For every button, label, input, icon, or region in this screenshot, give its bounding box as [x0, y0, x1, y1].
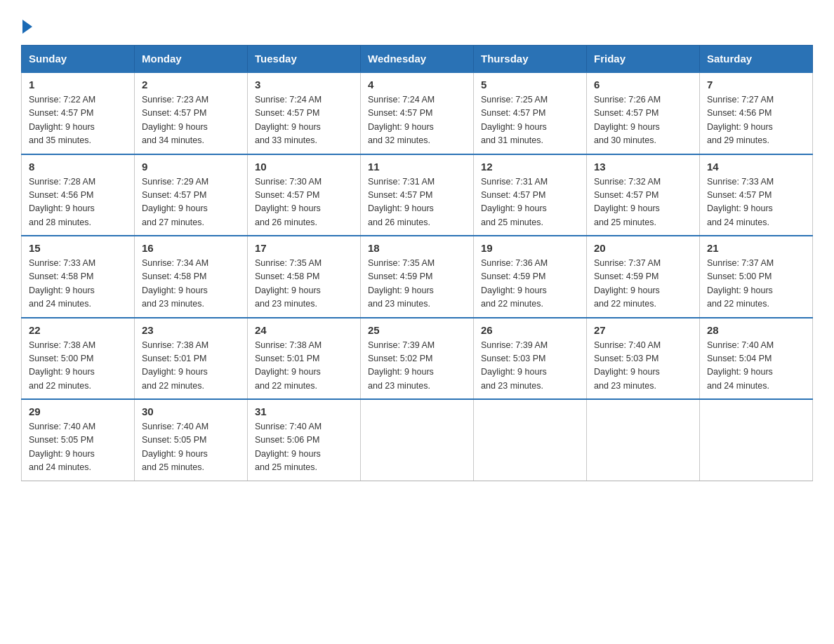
col-header-thursday: Thursday — [474, 46, 587, 73]
day-number: 24 — [255, 324, 353, 336]
col-header-saturday: Saturday — [700, 46, 813, 73]
day-number: 28 — [707, 324, 805, 336]
day-number: 22 — [29, 324, 127, 336]
calendar-cell: 3 Sunrise: 7:24 AMSunset: 4:57 PMDayligh… — [248, 72, 361, 154]
calendar-header-row: SundayMondayTuesdayWednesdayThursdayFrid… — [22, 46, 813, 73]
week-row-5: 29 Sunrise: 7:40 AMSunset: 5:05 PMDaylig… — [22, 399, 813, 481]
calendar-cell: 20 Sunrise: 7:37 AMSunset: 4:59 PMDaylig… — [587, 236, 700, 318]
day-number: 29 — [29, 405, 127, 417]
week-row-2: 8 Sunrise: 7:28 AMSunset: 4:56 PMDayligh… — [22, 154, 813, 236]
day-info: Sunrise: 7:38 AMSunset: 5:01 PMDaylight:… — [142, 340, 208, 391]
calendar-cell: 29 Sunrise: 7:40 AMSunset: 5:05 PMDaylig… — [22, 399, 135, 481]
day-info: Sunrise: 7:40 AMSunset: 5:06 PMDaylight:… — [255, 422, 322, 472]
day-number: 7 — [707, 79, 805, 90]
day-info: Sunrise: 7:26 AMSunset: 4:57 PMDaylight:… — [594, 95, 661, 145]
day-number: 9 — [142, 161, 240, 173]
calendar-cell: 27 Sunrise: 7:40 AMSunset: 5:03 PMDaylig… — [587, 318, 700, 400]
day-number: 18 — [368, 242, 466, 254]
calendar-cell: 16 Sunrise: 7:34 AMSunset: 4:58 PMDaylig… — [135, 236, 248, 318]
day-number: 25 — [368, 324, 466, 336]
day-info: Sunrise: 7:40 AMSunset: 5:05 PMDaylight:… — [29, 422, 95, 472]
calendar-cell: 21 Sunrise: 7:37 AMSunset: 5:00 PMDaylig… — [700, 236, 813, 318]
day-number: 3 — [255, 79, 353, 90]
day-number: 6 — [594, 79, 692, 90]
day-number: 14 — [707, 161, 805, 173]
day-number: 15 — [29, 242, 127, 254]
day-number: 19 — [481, 242, 579, 254]
logo — [21, 20, 32, 32]
day-number: 27 — [594, 324, 692, 336]
calendar-cell: 7 Sunrise: 7:27 AMSunset: 4:56 PMDayligh… — [700, 72, 813, 154]
day-info: Sunrise: 7:38 AMSunset: 5:00 PMDaylight:… — [29, 340, 95, 391]
calendar-cell: 18 Sunrise: 7:35 AMSunset: 4:59 PMDaylig… — [361, 236, 474, 318]
day-number: 4 — [368, 79, 466, 90]
day-info: Sunrise: 7:40 AMSunset: 5:05 PMDaylight:… — [142, 422, 208, 472]
day-info: Sunrise: 7:31 AMSunset: 4:57 PMDaylight:… — [481, 177, 548, 227]
day-info: Sunrise: 7:35 AMSunset: 4:58 PMDaylight:… — [255, 258, 322, 309]
day-number: 11 — [368, 161, 466, 173]
day-info: Sunrise: 7:38 AMSunset: 5:01 PMDaylight:… — [255, 340, 322, 391]
calendar-cell: 30 Sunrise: 7:40 AMSunset: 5:05 PMDaylig… — [135, 399, 248, 481]
day-info: Sunrise: 7:35 AMSunset: 4:59 PMDaylight:… — [368, 258, 435, 309]
day-number: 17 — [255, 242, 353, 254]
calendar-cell: 9 Sunrise: 7:29 AMSunset: 4:57 PMDayligh… — [135, 154, 248, 236]
day-info: Sunrise: 7:27 AMSunset: 4:56 PMDaylight:… — [707, 95, 774, 145]
day-info: Sunrise: 7:33 AMSunset: 4:58 PMDaylight:… — [29, 258, 95, 309]
calendar-table: SundayMondayTuesdayWednesdayThursdayFrid… — [21, 45, 813, 481]
calendar-cell: 10 Sunrise: 7:30 AMSunset: 4:57 PMDaylig… — [248, 154, 361, 236]
calendar-cell — [700, 399, 813, 481]
calendar-cell — [361, 399, 474, 481]
calendar-cell: 11 Sunrise: 7:31 AMSunset: 4:57 PMDaylig… — [361, 154, 474, 236]
calendar-cell: 31 Sunrise: 7:40 AMSunset: 5:06 PMDaylig… — [248, 399, 361, 481]
day-number: 12 — [481, 161, 579, 173]
calendar-cell: 15 Sunrise: 7:33 AMSunset: 4:58 PMDaylig… — [22, 236, 135, 318]
calendar-cell: 12 Sunrise: 7:31 AMSunset: 4:57 PMDaylig… — [474, 154, 587, 236]
day-info: Sunrise: 7:36 AMSunset: 4:59 PMDaylight:… — [481, 258, 548, 309]
calendar-cell: 1 Sunrise: 7:22 AMSunset: 4:57 PMDayligh… — [22, 72, 135, 154]
day-info: Sunrise: 7:24 AMSunset: 4:57 PMDaylight:… — [255, 95, 322, 145]
day-info: Sunrise: 7:34 AMSunset: 4:58 PMDaylight:… — [142, 258, 208, 309]
day-info: Sunrise: 7:25 AMSunset: 4:57 PMDaylight:… — [481, 95, 548, 145]
page-header — [21, 14, 813, 32]
col-header-friday: Friday — [587, 46, 700, 73]
calendar-cell: 25 Sunrise: 7:39 AMSunset: 5:02 PMDaylig… — [361, 318, 474, 400]
week-row-1: 1 Sunrise: 7:22 AMSunset: 4:57 PMDayligh… — [22, 72, 813, 154]
col-header-wednesday: Wednesday — [361, 46, 474, 73]
day-info: Sunrise: 7:24 AMSunset: 4:57 PMDaylight:… — [368, 95, 435, 145]
col-header-tuesday: Tuesday — [248, 46, 361, 73]
calendar-cell: 23 Sunrise: 7:38 AMSunset: 5:01 PMDaylig… — [135, 318, 248, 400]
day-info: Sunrise: 7:37 AMSunset: 5:00 PMDaylight:… — [707, 258, 774, 309]
calendar-cell: 8 Sunrise: 7:28 AMSunset: 4:56 PMDayligh… — [22, 154, 135, 236]
col-header-sunday: Sunday — [22, 46, 135, 73]
day-info: Sunrise: 7:32 AMSunset: 4:57 PMDaylight:… — [594, 177, 661, 227]
day-number: 8 — [29, 161, 127, 173]
day-number: 31 — [255, 405, 353, 417]
calendar-cell: 5 Sunrise: 7:25 AMSunset: 4:57 PMDayligh… — [474, 72, 587, 154]
day-number: 5 — [481, 79, 579, 90]
calendar-cell: 6 Sunrise: 7:26 AMSunset: 4:57 PMDayligh… — [587, 72, 700, 154]
calendar-cell — [587, 399, 700, 481]
day-info: Sunrise: 7:40 AMSunset: 5:04 PMDaylight:… — [707, 340, 774, 391]
day-info: Sunrise: 7:28 AMSunset: 4:56 PMDaylight:… — [29, 177, 95, 227]
calendar-cell: 13 Sunrise: 7:32 AMSunset: 4:57 PMDaylig… — [587, 154, 700, 236]
calendar-cell: 22 Sunrise: 7:38 AMSunset: 5:00 PMDaylig… — [22, 318, 135, 400]
day-number: 26 — [481, 324, 579, 336]
week-row-3: 15 Sunrise: 7:33 AMSunset: 4:58 PMDaylig… — [22, 236, 813, 318]
calendar-cell: 24 Sunrise: 7:38 AMSunset: 5:01 PMDaylig… — [248, 318, 361, 400]
day-info: Sunrise: 7:39 AMSunset: 5:03 PMDaylight:… — [481, 340, 548, 391]
day-info: Sunrise: 7:22 AMSunset: 4:57 PMDaylight:… — [29, 95, 95, 145]
day-number: 30 — [142, 405, 240, 417]
day-info: Sunrise: 7:33 AMSunset: 4:57 PMDaylight:… — [707, 177, 774, 227]
day-number: 1 — [29, 79, 127, 90]
week-row-4: 22 Sunrise: 7:38 AMSunset: 5:00 PMDaylig… — [22, 318, 813, 400]
day-number: 21 — [707, 242, 805, 254]
calendar-cell: 26 Sunrise: 7:39 AMSunset: 5:03 PMDaylig… — [474, 318, 587, 400]
logo-arrow-icon — [22, 20, 32, 34]
day-number: 13 — [594, 161, 692, 173]
day-number: 16 — [142, 242, 240, 254]
calendar-cell — [474, 399, 587, 481]
day-info: Sunrise: 7:29 AMSunset: 4:57 PMDaylight:… — [142, 177, 208, 227]
day-number: 23 — [142, 324, 240, 336]
calendar-cell: 4 Sunrise: 7:24 AMSunset: 4:57 PMDayligh… — [361, 72, 474, 154]
calendar-cell: 2 Sunrise: 7:23 AMSunset: 4:57 PMDayligh… — [135, 72, 248, 154]
